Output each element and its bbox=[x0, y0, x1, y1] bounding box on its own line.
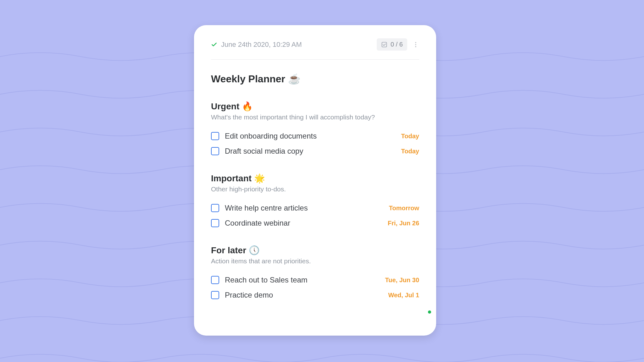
task-due: Today bbox=[401, 133, 419, 140]
checkmark-icon bbox=[211, 41, 217, 48]
section-subtitle: What's the most important thing I will a… bbox=[211, 113, 419, 121]
task-row[interactable]: Edit onboarding documents Today bbox=[211, 129, 419, 144]
more-vertical-icon[interactable] bbox=[412, 41, 419, 48]
section-for-later: For later 🕔 Action items that are not pr… bbox=[211, 245, 419, 303]
divider bbox=[211, 59, 419, 60]
page-title: Weekly Planner ☕ bbox=[211, 73, 419, 85]
section-important: Important 🌟 Other high-priority to-dos. … bbox=[211, 173, 419, 231]
header-right: 0 / 6 bbox=[377, 38, 419, 51]
svg-point-1 bbox=[415, 42, 416, 43]
task-row[interactable]: Write help centre articles Tomorrow bbox=[211, 200, 419, 216]
task-label: Coordinate webinar bbox=[225, 219, 290, 228]
task-row[interactable]: Draft social media copy Today bbox=[211, 144, 419, 159]
task-checkbox[interactable] bbox=[211, 204, 219, 212]
svg-point-3 bbox=[415, 46, 416, 47]
task-label: Edit onboarding documents bbox=[225, 132, 317, 140]
task-label: Practice demo bbox=[225, 291, 273, 299]
task-due: Tue, Jun 30 bbox=[385, 277, 419, 284]
section-subtitle: Action items that are not priorities. bbox=[211, 257, 419, 265]
task-checkbox[interactable] bbox=[211, 276, 219, 284]
planner-card: June 24th 2020, 10:29 AM 0 / 6 Weekly Pl… bbox=[194, 25, 436, 336]
header-left: June 24th 2020, 10:29 AM bbox=[211, 41, 302, 49]
task-due: Today bbox=[401, 148, 419, 155]
task-label: Write help centre articles bbox=[225, 204, 308, 212]
timestamp: June 24th 2020, 10:29 AM bbox=[221, 41, 302, 49]
task-due: Wed, Jul 1 bbox=[388, 292, 419, 299]
task-label: Draft social media copy bbox=[225, 147, 303, 156]
task-due: Tomorrow bbox=[389, 205, 419, 212]
card-header: June 24th 2020, 10:29 AM 0 / 6 bbox=[211, 38, 419, 51]
task-checkbox[interactable] bbox=[211, 132, 219, 140]
section-title: Important 🌟 bbox=[211, 173, 419, 184]
section-urgent: Urgent 🔥 What's the most important thing… bbox=[211, 101, 419, 159]
checklist-icon bbox=[381, 41, 387, 48]
section-subtitle: Other high-priority to-dos. bbox=[211, 185, 419, 193]
task-row[interactable]: Coordinate webinar Fri, Jun 26 bbox=[211, 216, 419, 231]
svg-rect-0 bbox=[382, 42, 387, 47]
task-counter-chip[interactable]: 0 / 6 bbox=[377, 38, 407, 51]
task-row[interactable]: Reach out to Sales team Tue, Jun 30 bbox=[211, 272, 419, 288]
status-dot-icon bbox=[428, 310, 431, 314]
task-label: Reach out to Sales team bbox=[225, 276, 308, 284]
section-title: For later 🕔 bbox=[211, 245, 419, 255]
task-checkbox[interactable] bbox=[211, 291, 219, 299]
task-checkbox[interactable] bbox=[211, 147, 219, 155]
task-checkbox[interactable] bbox=[211, 219, 219, 227]
task-due: Fri, Jun 26 bbox=[388, 220, 419, 227]
section-title: Urgent 🔥 bbox=[211, 101, 419, 112]
svg-point-2 bbox=[415, 44, 416, 45]
task-row[interactable]: Practice demo Wed, Jul 1 bbox=[211, 288, 419, 303]
task-counter-text: 0 / 6 bbox=[391, 41, 403, 48]
